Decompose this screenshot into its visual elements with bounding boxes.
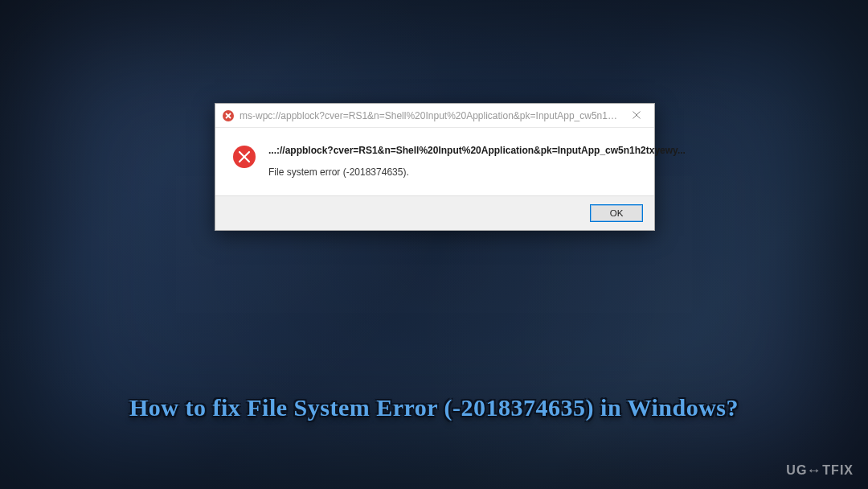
dialog-title-text: ms-wpc://appblock?cver=RS1&n=Shell%20Inp… — [240, 110, 619, 121]
arrow-icon: ↔ — [807, 463, 823, 478]
article-headline: How to fix File System Error (-201837463… — [0, 394, 868, 421]
error-dialog: ms-wpc://appblock?cver=RS1&n=Shell%20Inp… — [215, 103, 655, 231]
dialog-titlebar[interactable]: ms-wpc://appblock?cver=RS1&n=Shell%20Inp… — [215, 104, 654, 128]
dialog-message: ...://appblock?cver=RS1&n=Shell%20Input%… — [268, 142, 686, 179]
watermark-suffix: TFIX — [822, 463, 854, 478]
error-icon — [222, 109, 235, 122]
dialog-body: ...://appblock?cver=RS1&n=Shell%20Input%… — [215, 128, 654, 195]
dialog-footer: OK — [215, 195, 654, 230]
dialog-message-path: ...://appblock?cver=RS1&n=Shell%20Input%… — [268, 144, 686, 158]
watermark-logo: UG↔TFIX — [786, 463, 854, 478]
error-icon — [231, 144, 257, 170]
dialog-message-error: File system error (-2018374635). — [268, 166, 686, 179]
close-button[interactable] — [619, 104, 654, 128]
ok-button[interactable]: OK — [590, 204, 643, 222]
watermark-prefix: UG — [786, 463, 807, 478]
close-icon — [633, 109, 641, 121]
